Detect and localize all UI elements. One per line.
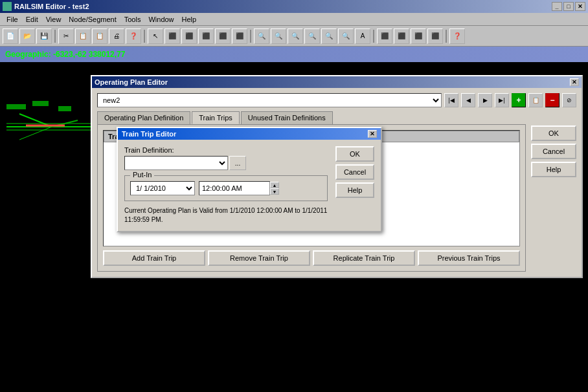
toolbar-pan[interactable]: 🔍 — [321, 28, 337, 44]
nav-last-button[interactable]: ▶| — [495, 93, 509, 107]
nav-next-button[interactable]: ▶ — [478, 93, 492, 107]
ope-plan-dropdown[interactable]: new2 — [97, 93, 442, 107]
toolbar-grid4[interactable]: ⬛ — [427, 28, 443, 44]
window-title-bar: RAILSIM Editor - test2 _ □ ✕ — [0, 0, 588, 13]
toolbar-new[interactable]: 📄 — [3, 28, 18, 44]
ope-close-button[interactable]: ✕ — [570, 78, 579, 86]
toolbar-grid3[interactable]: ⬛ — [411, 28, 426, 44]
menu-bar: File Edit View Node/Segment Tools Window… — [0, 13, 588, 26]
close-button[interactable]: ✕ — [575, 2, 585, 11]
svg-rect-7 — [6, 104, 26, 109]
toolbar-zoom-out[interactable]: 🔍 — [254, 28, 269, 44]
ope-dropdown-row: new2 |◀ ◀ ▶ ▶| + 📋 − ⊘ — [97, 93, 576, 107]
train-definition-browse-button[interactable]: ... — [229, 156, 246, 170]
nav-delete-button[interactable]: − — [545, 93, 560, 107]
put-in-group: Put-In 1/ 1/2010 ▲ ▼ — [124, 175, 328, 201]
toolbar-text[interactable]: A — [355, 28, 370, 44]
svg-rect-9 — [58, 106, 71, 111]
ope-side-buttons: OK Cancel Help — [531, 111, 576, 272]
tab-unused-train-definitions[interactable]: Unused Train Definitions — [241, 111, 333, 124]
toolbar-node4[interactable]: ⬛ — [215, 28, 231, 44]
tte-title-bar: Train Trip Editor ✕ — [118, 128, 381, 140]
tte-close-button[interactable]: ✕ — [368, 130, 377, 138]
help-button[interactable]: Help — [531, 162, 576, 177]
toolbar-help2[interactable]: ❓ — [449, 28, 465, 44]
tab-train-trips[interactable]: Train Trips — [192, 111, 240, 124]
put-in-label: Put-In — [130, 171, 154, 179]
toolbar-help[interactable]: ❓ — [126, 28, 141, 44]
toolbar-zoom2[interactable]: 🔍 — [304, 28, 320, 44]
tte-cancel-button[interactable]: Cancel — [335, 164, 374, 180]
replicate-train-trip-button[interactable]: Replicate Train Trip — [313, 250, 415, 266]
toolbar-grid2[interactable]: ⬛ — [394, 28, 409, 44]
train-definition-dropdown[interactable] — [124, 156, 228, 170]
toolbar-find[interactable]: 🔍 — [338, 28, 354, 44]
time-spin-up[interactable]: ▲ — [270, 182, 279, 188]
tte-dialog: Train Trip Editor ✕ Train Definition: ..… — [117, 127, 382, 232]
menu-tools[interactable]: Tools — [120, 14, 145, 25]
maximize-button[interactable]: □ — [563, 2, 574, 11]
status-coords: Geographic: -6323,-62 338012,77 — [5, 50, 125, 59]
put-in-row: 1/ 1/2010 ▲ ▼ — [130, 181, 322, 195]
tab-operating-plan-definition[interactable]: Operating Plan Definition — [97, 111, 190, 124]
toolbar-arrow[interactable]: ↖ — [148, 28, 163, 44]
toolbar-copy[interactable]: 📋 — [75, 28, 91, 44]
nav-first-button[interactable]: |◀ — [444, 93, 458, 107]
menu-edit[interactable]: Edit — [22, 14, 42, 25]
tte-body: Train Definition: ... Put-In — [118, 140, 381, 231]
menu-view[interactable]: View — [42, 14, 65, 25]
nav-prev-button[interactable]: ◀ — [461, 93, 475, 107]
train-definition-label: Train Definition: — [124, 146, 328, 154]
main-toolbar: 📄 📂 💾 ✂ 📋 📋 🖨 ❓ ↖ ⬛ ⬛ ⬛ ⬛ ⬛ 🔍 🔍 🔍 🔍 🔍 🔍 … — [0, 26, 588, 47]
remove-train-trip-button[interactable]: Remove Train Trip — [208, 250, 310, 266]
map-tracks — [0, 88, 104, 166]
time-spin-down[interactable]: ▼ — [270, 188, 279, 195]
train-definition-section: Train Definition: ... — [124, 146, 328, 170]
menu-file[interactable]: File — [3, 14, 22, 25]
previous-train-trips-button[interactable]: Previous Train Trips — [418, 250, 520, 266]
menu-nodesegment[interactable]: Node/Segment — [65, 14, 120, 25]
put-in-time-input[interactable] — [199, 181, 270, 195]
toolbar-sep5 — [446, 30, 447, 43]
validity-text: Current Operating Plan is Valid from 1/1… — [124, 206, 328, 224]
toolbar-save[interactable]: 💾 — [36, 28, 52, 44]
toolbar-zoom-fit[interactable]: 🔍 — [288, 28, 303, 44]
toolbar-node3[interactable]: ⬛ — [198, 28, 214, 44]
toolbar-node1[interactable]: ⬛ — [164, 28, 180, 44]
toolbar-node5[interactable]: ⬛ — [232, 28, 247, 44]
add-train-trip-button[interactable]: Add Train Trip — [103, 250, 205, 266]
train-definition-input-row: ... — [124, 156, 328, 170]
status-bar: Geographic: -6323,-62 338012,77 — [0, 47, 588, 62]
nav-cancel-button[interactable]: ⊘ — [562, 93, 576, 107]
nav-copy-button[interactable]: 📋 — [528, 93, 543, 107]
time-spinner: ▲ ▼ — [270, 182, 279, 195]
toolbar-cut[interactable]: ✂ — [58, 28, 74, 44]
menu-help[interactable]: Help — [178, 14, 201, 25]
tte-ok-button[interactable]: OK — [335, 146, 374, 162]
window-controls: _ □ ✕ — [552, 2, 585, 11]
menu-window[interactable]: Window — [144, 14, 177, 25]
tte-left-panel: Train Definition: ... Put-In — [124, 146, 328, 224]
toolbar-zoom-in[interactable]: 🔍 — [271, 28, 286, 44]
nav-add-button[interactable]: + — [512, 93, 526, 107]
ope-title-bar: Operating Plan Editor ✕ — [92, 76, 582, 88]
toolbar-grid1[interactable]: ⬛ — [377, 28, 392, 44]
tte-content-row: Train Definition: ... Put-In — [124, 146, 374, 224]
toolbar-open[interactable]: 📂 — [19, 28, 35, 44]
toolbar-sep3 — [250, 30, 251, 43]
toolbar-node2[interactable]: ⬛ — [181, 28, 197, 44]
ope-title: Operating Plan Editor — [95, 78, 168, 86]
time-input-container: ▲ ▼ — [199, 181, 279, 195]
tte-help-button[interactable]: Help — [335, 182, 374, 198]
toolbar-print[interactable]: 🖨 — [109, 28, 124, 44]
toolbar-paste[interactable]: 📋 — [92, 28, 107, 44]
ok-button[interactable]: OK — [531, 125, 576, 141]
cancel-button[interactable]: Cancel — [531, 144, 576, 159]
tte-title: Train Trip Editor — [122, 130, 176, 138]
put-in-date-dropdown[interactable]: 1/ 1/2010 — [130, 181, 195, 195]
bottom-buttons: Add Train Trip Remove Train Trip Replica… — [103, 250, 520, 266]
minimize-button[interactable]: _ — [552, 2, 562, 11]
window-title: RAILSIM Editor - test2 — [14, 3, 89, 10]
tte-right-buttons: OK Cancel Help — [335, 146, 374, 224]
tab-bar: Operating Plan Definition Train Trips Un… — [97, 111, 526, 124]
